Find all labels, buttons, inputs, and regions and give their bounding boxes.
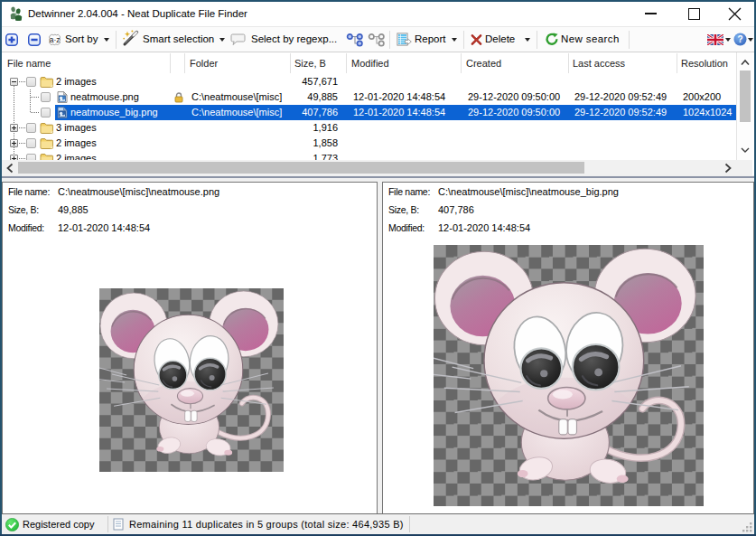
- svg-text:a·z: a·z: [50, 35, 61, 44]
- svg-text:?: ?: [737, 34, 742, 44]
